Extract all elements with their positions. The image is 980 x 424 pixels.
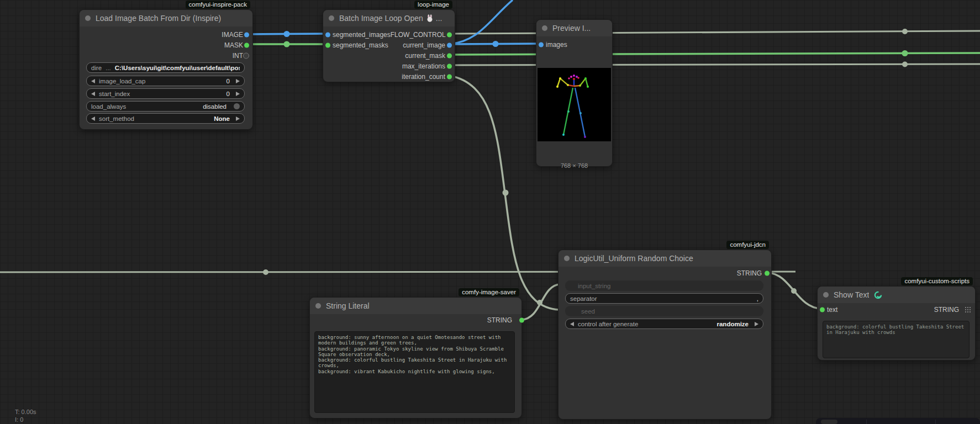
widget-seed[interactable]: seed xyxy=(565,306,763,316)
node-load-image-batch[interactable]: comfyui-inspire-pack Load Image Batch Fr… xyxy=(79,9,253,130)
node-title: Batch Image Loop Open xyxy=(339,14,423,23)
slot-row: images xyxy=(536,39,612,50)
node-title-bar[interactable]: String Literal xyxy=(310,298,521,314)
slot-row: IMAGE xyxy=(80,29,252,40)
collapse-dot-icon[interactable] xyxy=(329,15,334,21)
widget-label: sort_method xyxy=(99,115,134,122)
increment-arrow-icon[interactable] xyxy=(236,79,240,83)
widget-label: separator xyxy=(570,295,597,302)
widget-input-string[interactable]: input_string xyxy=(565,280,763,291)
input-socket-segmented-images[interactable] xyxy=(325,32,330,37)
output-socket-mask[interactable] xyxy=(244,43,249,47)
node-show-text[interactable]: comfyui-custom-scripts Show Text text ST… xyxy=(817,286,976,361)
node-title-bar[interactable]: Preview I... xyxy=(536,20,612,36)
output-socket-max-iterations[interactable] xyxy=(447,63,452,68)
decrement-arrow-icon[interactable] xyxy=(91,92,95,96)
slot-row: max_iterations xyxy=(323,61,455,71)
openpose-skeleton xyxy=(538,68,611,141)
node-title-bar[interactable]: LogicUtil_Uniform Random Choice xyxy=(559,250,771,267)
title-ellipsis: ... xyxy=(436,14,442,23)
widget-control-after-generate[interactable]: control after generate randomize xyxy=(565,319,763,329)
node-title-bar[interactable]: Show Text xyxy=(818,287,975,303)
perf-stats: T: 0.00s I: 0 xyxy=(15,408,36,423)
toggle-knob-icon[interactable] xyxy=(234,103,240,109)
output-socket-string[interactable] xyxy=(765,271,770,275)
slot-row: current_mask xyxy=(323,50,455,61)
output-socket-string[interactable] xyxy=(519,317,524,322)
prev-option-arrow-icon[interactable] xyxy=(91,116,95,121)
graph-canvas[interactable]: comfyui-inspire-pack Load Image Batch Fr… xyxy=(0,0,980,424)
output-label: STRING xyxy=(487,316,521,324)
node-title: Show Text xyxy=(834,290,869,299)
divider xyxy=(866,420,867,424)
stat-iteration: I: 0 xyxy=(15,416,36,423)
collapse-dot-icon[interactable] xyxy=(542,25,547,31)
node-partial-bottom[interactable] xyxy=(816,418,980,424)
output-socket-int[interactable] xyxy=(243,52,249,59)
node-badge: comfyui-custom-scripts xyxy=(901,277,973,285)
input-socket-images[interactable] xyxy=(539,42,544,47)
link-dot xyxy=(791,288,797,294)
output-socket-flow-control[interactable] xyxy=(447,32,452,37)
link-dot xyxy=(503,190,509,196)
node-badge: comfyui-inspire-pack xyxy=(186,1,250,9)
node-batch-image-loop[interactable]: loop-image Batch Image Loop Open ... seg… xyxy=(323,9,455,82)
node-title-bar[interactable]: Load Image Batch From Dir (Inspire) xyxy=(80,10,252,26)
slot-row: STRING xyxy=(559,268,771,278)
output-grid-icon[interactable] xyxy=(965,307,971,312)
preview-resolution: 768 × 768 xyxy=(536,162,612,169)
input-socket-text[interactable] xyxy=(820,307,825,312)
widget-value: disabled xyxy=(203,103,226,110)
partial-node-widget xyxy=(821,420,837,424)
show-text-value[interactable]: background: colorful bustling Takeshita … xyxy=(823,321,970,358)
widget-value: None xyxy=(214,115,230,122)
collapse-dot-icon[interactable] xyxy=(564,256,570,261)
output-socket-image[interactable] xyxy=(244,32,249,37)
node-string-literal[interactable]: comfy-image-saver String Literal STRING … xyxy=(309,297,522,418)
output-socket-iteration-count[interactable] xyxy=(447,74,452,79)
string-literal-textarea[interactable]: background: sunny afternoon on a quiet O… xyxy=(314,331,515,413)
increment-arrow-icon[interactable] xyxy=(236,92,240,96)
widget-load-always[interactable]: load_always disabled xyxy=(86,101,245,112)
output-socket-current-image[interactable] xyxy=(447,43,452,47)
input-label: segmented_images xyxy=(323,31,391,39)
output-socket-current-mask[interactable] xyxy=(447,53,452,58)
link-dot xyxy=(493,41,499,47)
widget-start-index[interactable]: start_index 0 xyxy=(86,88,245,99)
slot-row: MASK xyxy=(80,40,252,50)
node-badge: comfy-image-saver xyxy=(459,288,519,296)
node-title-bar[interactable]: Batch Image Loop Open ... xyxy=(323,10,455,26)
widget-value: randomize xyxy=(716,321,749,327)
output-label: FLOW_CONTROL xyxy=(391,31,455,39)
collapse-dot-icon[interactable] xyxy=(85,15,91,21)
node-title: Load Image Batch From Dir (Inspire) xyxy=(96,14,221,23)
next-option-arrow-icon[interactable] xyxy=(755,322,758,326)
link-dot xyxy=(284,31,290,37)
wire-current-image-up xyxy=(450,0,513,44)
widget-label: start_index xyxy=(99,91,130,97)
widget-sort-method[interactable]: sort_method None xyxy=(86,113,245,124)
decrement-arrow-icon[interactable] xyxy=(91,79,95,83)
node-title: Preview I... xyxy=(552,24,591,33)
node-preview-image[interactable]: Preview I... images xyxy=(536,19,613,167)
node-badge: loop-image xyxy=(414,1,452,9)
collapse-dot-icon[interactable] xyxy=(315,303,321,309)
input-socket-segmented-masks[interactable] xyxy=(325,43,330,47)
slot-row: text STRING xyxy=(818,304,975,315)
wire-current-mask xyxy=(450,53,980,55)
divider xyxy=(935,420,936,424)
wire-flow-control xyxy=(450,31,980,34)
node-badge: comfyui-jdcn xyxy=(726,241,769,249)
widget-label: image_load_cap xyxy=(99,78,145,84)
node-logicutil-random-choice[interactable]: comfyui-jdcn LogicUtil_Uniform Random Ch… xyxy=(558,250,772,420)
prev-option-arrow-icon[interactable] xyxy=(570,322,574,326)
widget-directory[interactable]: dire ... C:\Users\syui\git\comfyui\user\… xyxy=(86,62,245,73)
widget-image-load-cap[interactable]: image_load_cap 0 xyxy=(86,76,245,86)
next-option-arrow-icon[interactable] xyxy=(236,116,240,121)
preview-image-pose xyxy=(538,68,611,141)
rabbit-icon xyxy=(426,14,434,22)
slot-row: STRING xyxy=(310,315,521,325)
collapse-dot-icon[interactable] xyxy=(823,292,829,298)
widget-separator[interactable]: separator , xyxy=(565,293,763,304)
stat-time: T: 0.00s xyxy=(15,408,36,416)
